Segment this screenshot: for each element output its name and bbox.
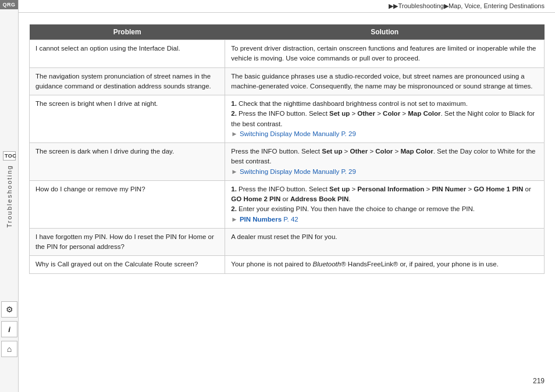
switching-display-link-1[interactable]: Switching Display Mode Manually — [240, 130, 339, 137]
table-row: I cannot select an option using the Inte… — [30, 40, 545, 68]
toc-label[interactable]: TOC — [3, 151, 16, 161]
arrow-icon-1: ► — [231, 130, 237, 137]
breadcrumb-text: ▶▶Troubleshooting▶Map, Voice, Entering D… — [389, 2, 545, 10]
info-icon: i — [8, 325, 10, 334]
solution-cell: 1. Check that the nighttime dashboard br… — [225, 95, 545, 143]
problem-cell: I have forgotten my PIN. How do I reset … — [30, 228, 225, 256]
solution-cell: Your phone is not paired to Bluetooth® H… — [225, 256, 545, 273]
page-ref-2: P. 29 — [341, 168, 355, 175]
problem-cell: The screen is bright when I drive at nig… — [30, 95, 225, 143]
column-problem-header: Problem — [30, 24, 225, 40]
solution-cell: A dealer must reset the PIN for you. — [225, 228, 545, 256]
problem-cell: The screen is dark when I drive during t… — [30, 143, 225, 181]
main-content: Problem Solution I cannot select an opti… — [19, 13, 555, 392]
table-row: The navigation system pronunciation of s… — [30, 67, 545, 95]
problem-cell: How do I change or remove my PIN? — [30, 180, 225, 228]
solution-cell: To prevent driver distraction, certain o… — [225, 40, 545, 68]
numbered-item-1: 1. Check that the nighttime dashboard br… — [231, 100, 468, 107]
breadcrumb: ▶▶Troubleshooting▶Map, Voice, Entering D… — [0, 0, 555, 13]
solution-cell: The basic guidance phrases use a studio-… — [225, 67, 545, 95]
troubleshooting-table: Problem Solution I cannot select an opti… — [29, 24, 545, 274]
table-row: The screen is bright when I drive at nig… — [30, 95, 545, 143]
home-icon-button[interactable]: ⌂ — [1, 341, 17, 357]
table-row: How do I change or remove my PIN? 1. Pre… — [30, 180, 545, 228]
settings-icon: ⚙ — [6, 305, 13, 314]
page-number: 219 — [533, 377, 545, 385]
solution-cell: 1. Press the INFO button. Select Set up … — [225, 180, 545, 228]
page-ref-1: P. 29 — [341, 130, 355, 137]
numbered-item-2: 2. Press the INFO button. Select Set up … — [231, 110, 535, 127]
numbered-item-pin-1: 1. Press the INFO button. Select Set up … — [231, 186, 531, 202]
page-ref-3: P. 42 — [283, 216, 298, 223]
numbered-item-pin-2: 2. Enter your existing PIN. You then hav… — [231, 205, 475, 212]
arrow-icon-2: ► — [231, 168, 237, 175]
solution-cell: Press the INFO button. Select Set up > O… — [225, 143, 545, 181]
info-icon-button[interactable]: i — [1, 321, 17, 337]
sidebar-bottom-icons: ⚙ i ⌂ — [0, 301, 19, 357]
column-solution-header: Solution — [225, 24, 545, 40]
sidebar-toc[interactable]: TOC — [0, 151, 19, 161]
problem-cell: Why is Call grayed out on the Calculate … — [30, 256, 225, 273]
table-row: The screen is dark when I drive during t… — [30, 143, 545, 181]
problem-cell: The navigation system pronunciation of s… — [30, 67, 225, 95]
arrow-icon-3: ► — [231, 216, 237, 223]
problem-cell: I cannot select an option using the Inte… — [30, 40, 225, 68]
settings-icon-button[interactable]: ⚙ — [1, 301, 17, 318]
table-row: Why is Call grayed out on the Calculate … — [30, 256, 545, 273]
sidebar-qrg-label: QRG — [0, 0, 18, 9]
pin-numbers-link[interactable]: PIN Numbers — [240, 216, 282, 223]
home-icon: ⌂ — [7, 344, 12, 354]
table-row: I have forgotten my PIN. How do I reset … — [30, 228, 545, 256]
switching-display-link-2[interactable]: Switching Display Mode Manually — [240, 168, 339, 175]
